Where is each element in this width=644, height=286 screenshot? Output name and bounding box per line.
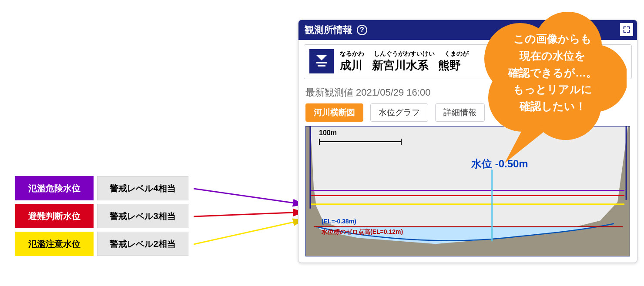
gauge-zero-label: 水位標のゼロ点高(EL=0.12m) — [322, 228, 403, 236]
station-info-panel: 観測所情報 ? なるかわ しんぐうがわすいけい くまのが 成川 新宮川水系 熊野 — [298, 20, 637, 263]
tab-cross-section[interactable]: 河川横断図 — [305, 103, 363, 122]
svg-rect-4 — [316, 62, 327, 63]
water-level-label: 水位 -0.50m — [471, 157, 528, 171]
station-names: なるかわ しんぐうがわすいけい くまのが 成川 新宮川水系 熊野 — [340, 50, 469, 73]
arrow-caution — [194, 217, 307, 248]
legend-row-caution: 氾濫注意水位 警戒レベル2相当 — [15, 232, 188, 256]
svg-line-1 — [194, 212, 303, 216]
chart-scale-bar — [319, 139, 402, 145]
svg-marker-3 — [316, 55, 327, 60]
svg-line-2 — [194, 220, 303, 244]
panel-title: 観測所情報 — [305, 23, 352, 37]
station-ruby-1: しんぐうがわすいけい — [374, 50, 435, 58]
arrow-danger — [194, 183, 307, 209]
water-level-legend: 氾濫危険水位 警戒レベル4相当 避難判断水位 警戒レベル3相当 氾濫注意水位 警… — [15, 176, 188, 256]
help-icon[interactable]: ? — [357, 25, 367, 35]
cross-section-chart: 100m 水位 -0.50m (EL=-0.38m) 水位標のゼロ点高(EL=0… — [305, 126, 630, 256]
water-surface-el-label: (EL=-0.38m) — [322, 218, 356, 225]
legend-level-4: 警戒レベル4相当 — [97, 176, 188, 200]
station-name-1: 新宮川水系 — [372, 58, 429, 73]
chart-scale-label: 100m — [319, 129, 337, 137]
station-ruby-0: なるかわ — [340, 50, 364, 58]
legend-row-evac: 避難判断水位 警戒レベル3相当 — [15, 204, 188, 228]
svg-rect-5 — [318, 65, 325, 67]
legend-row-danger: 氾濫危険水位 警戒レベル4相当 — [15, 176, 188, 200]
station-block: なるかわ しんぐうがわすいけい くまのが 成川 新宮川水系 熊野 — [304, 44, 632, 79]
station-name-0: 成川 — [340, 58, 362, 73]
legend-name-caution: 氾濫注意水位 — [15, 232, 94, 256]
panel-header: 観測所情報 ? — [299, 20, 637, 40]
station-ruby-2: くまのが — [444, 50, 469, 58]
tab-bar: 河川横断図 水位グラフ 詳細情報 — [305, 103, 630, 122]
expand-icon[interactable] — [619, 22, 634, 37]
tab-water-graph[interactable]: 水位グラフ — [370, 103, 428, 122]
svg-line-0 — [194, 189, 303, 204]
tab-details[interactable]: 詳細情報 — [435, 103, 485, 122]
legend-name-danger: 氾濫危険水位 — [15, 176, 94, 200]
legend-name-evac: 避難判断水位 — [15, 204, 94, 228]
legend-level-2: 警戒レベル2相当 — [97, 232, 188, 256]
water-gauge-icon — [309, 49, 334, 73]
station-name-2: 熊野 — [438, 58, 461, 73]
legend-level-3: 警戒レベル3相当 — [97, 204, 188, 228]
observation-timestamp: 最新観測値 2021/05/29 16:00 — [305, 86, 630, 99]
